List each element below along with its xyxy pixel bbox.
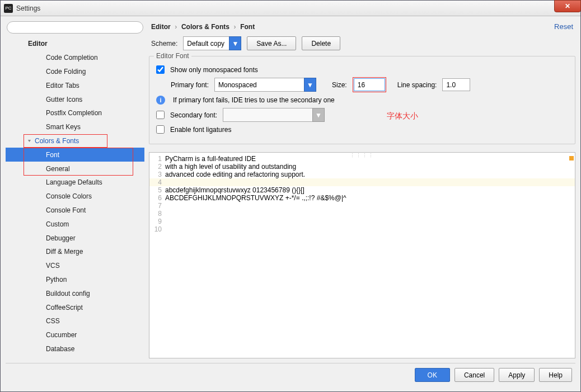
crumb-font: Font (240, 23, 255, 31)
tree-item[interactable]: Code Completion (6, 51, 144, 65)
code-line: 3advanced code editing and refactoring s… (149, 171, 575, 178)
reset-link[interactable]: Reset (554, 22, 573, 31)
cancel-button[interactable]: Cancel (455, 368, 494, 382)
chevron-down-icon: ▼ (304, 78, 316, 92)
crumb-sep: › (172, 23, 179, 31)
tree-item[interactable]: Console Font (6, 204, 144, 218)
breadcrumb: Editor › Colors & Fonts › Font (151, 22, 255, 31)
primary-font-label: Primary font: (171, 81, 209, 89)
tree-item[interactable]: VCS (6, 259, 144, 273)
secondary-font-value (223, 108, 312, 122)
code-line: 8 (149, 210, 575, 218)
code-line: 10 (149, 225, 575, 233)
search-input[interactable] (7, 21, 143, 34)
code-text: PyCharm is a full-featured IDE (165, 155, 256, 163)
tree-item[interactable]: General (6, 162, 144, 176)
spacing-label: Line spacing: (397, 81, 437, 89)
footer: OK Cancel Apply Help (6, 363, 575, 386)
code-text: abcdefghijklmnopqrstuvwxyz 0123456789 ()… (165, 186, 304, 194)
tree-item[interactable]: Gutter Icons (6, 92, 144, 106)
tree-item[interactable]: Custom (6, 217, 144, 231)
primary-font-combo[interactable]: Monospaced ▼ (214, 78, 316, 92)
secondary-font-combo[interactable]: ▼ (223, 108, 325, 122)
save-as-button[interactable]: Save As... (247, 36, 296, 50)
tree-colors-fonts[interactable]: Colors & Fonts (6, 134, 144, 148)
scheme-value: Default copy (183, 36, 229, 50)
size-input[interactable] (354, 78, 385, 91)
tree-item[interactable]: Buildout config (6, 286, 144, 300)
tree-font[interactable]: Font (6, 148, 144, 162)
line-number: 10 (149, 225, 165, 233)
tree-item[interactable]: Python (6, 273, 144, 287)
tree-item[interactable]: Debugger (6, 231, 144, 245)
spacing-input[interactable] (442, 78, 470, 91)
close-button[interactable]: ✕ (554, 0, 581, 12)
size-highlight (353, 77, 386, 92)
scheme-row: Scheme: Default copy ▼ Save As... Delete (149, 35, 575, 56)
apply-button[interactable]: Apply (499, 368, 535, 382)
tree-editor[interactable]: Editor (6, 37, 144, 51)
settings-tree[interactable]: Editor Code Completion Code Folding Edit… (6, 37, 144, 358)
tree-item[interactable]: Smart Keys (6, 120, 144, 134)
app-icon: PC (4, 4, 13, 13)
info-row: i If primary font fails, IDE tries to us… (156, 96, 568, 105)
editor-font-fieldset: Editor Font Show only monospaced fonts P… (149, 56, 575, 144)
tree-item[interactable]: Language Defaults (6, 176, 144, 190)
code-line: 7 (149, 202, 575, 210)
line-number: 6 (149, 194, 165, 202)
crumb-colors: Colors & Fonts (181, 23, 229, 31)
ligatures-checkbox[interactable] (156, 125, 165, 134)
window-title: Settings (16, 4, 40, 12)
show-mono-label: Show only monospaced fonts (170, 66, 258, 74)
tree-item[interactable]: Cucumber (6, 328, 144, 342)
primary-font-row: Primary font: Monospaced ▼ Size: Line sp… (156, 77, 568, 92)
main-row: Editor Code Completion Code Folding Edit… (6, 21, 575, 358)
line-number: 8 (149, 210, 165, 218)
close-icon: ✕ (565, 2, 570, 10)
titlebar: PC Settings ✕ (1, 1, 580, 16)
line-number: 4 (149, 178, 165, 186)
crumb-sep: › (232, 23, 238, 31)
show-mono-checkbox[interactable] (156, 65, 165, 74)
code-line: 9 (149, 218, 575, 225)
warning-marker (569, 156, 574, 160)
content: Editor Code Completion Code Folding Edit… (1, 16, 580, 391)
line-number: 1 (149, 155, 165, 163)
ok-button[interactable]: OK (415, 368, 450, 382)
code-line: 2with a high level of usability and outs… (149, 163, 575, 171)
tree-item[interactable]: Code Folding (6, 65, 144, 79)
line-number: 2 (149, 163, 165, 171)
tree-item[interactable]: CoffeeScript (6, 300, 144, 314)
size-label: Size: (332, 81, 347, 89)
ligatures-row: Enable font ligatures (156, 125, 568, 134)
delete-button[interactable]: Delete (302, 36, 340, 50)
font-preview[interactable]: ⋮⋮⋮⋮ 1PyCharm is a full-featured IDE2wit… (149, 152, 575, 358)
chevron-down-icon: ▼ (229, 36, 241, 50)
chevron-down-icon: ▼ (312, 108, 325, 122)
line-number: 5 (149, 186, 165, 194)
tree-item[interactable]: Database (6, 342, 144, 356)
secondary-row: Secondary font: ▼ (156, 108, 568, 122)
tree-item[interactable]: Editor Tabs (6, 78, 144, 92)
secondary-checkbox[interactable] (156, 111, 165, 119)
right-panel: Editor › Colors & Fonts › Font Reset Sch… (149, 21, 575, 358)
tree-item[interactable]: Diff & Merge (6, 245, 144, 259)
code-text: advanced code editing and refactoring su… (165, 171, 305, 178)
drag-handle-icon[interactable]: ⋮⋮⋮⋮ (350, 153, 374, 158)
tree-item[interactable]: Console Colors (6, 190, 144, 204)
code-text: with a high level of usability and outst… (165, 163, 296, 171)
crumb-editor: Editor (151, 23, 171, 31)
tree-item[interactable]: CSS (6, 314, 144, 328)
line-number: 3 (149, 171, 165, 178)
code-line: 5abcdefghijklmnopqrstuvwxyz 0123456789 (… (149, 186, 575, 194)
scheme-label: Scheme: (151, 40, 177, 48)
scheme-combo[interactable]: Default copy ▼ (183, 36, 241, 50)
primary-font-value: Monospaced (214, 78, 304, 92)
fieldset-title: Editor Font (154, 52, 191, 60)
help-button[interactable]: Help (539, 368, 572, 382)
line-number: 7 (149, 202, 165, 210)
show-mono-row: Show only monospaced fonts (156, 65, 568, 74)
breadcrumb-row: Editor › Colors & Fonts › Font Reset (149, 21, 575, 35)
sidebar: Editor Code Completion Code Folding Edit… (6, 21, 144, 358)
tree-item[interactable]: Postfix Completion (6, 106, 144, 120)
